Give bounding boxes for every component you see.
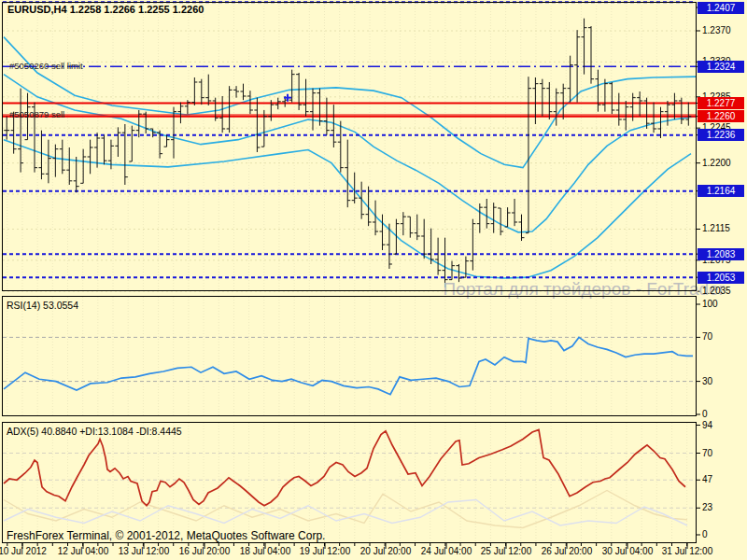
price-panel[interactable] [2,2,697,291]
rsi-panel[interactable] [2,296,697,416]
adx-panel[interactable] [2,422,697,543]
chart-window: Портал для трейдеров - ForTrader EURUSD,… [0,0,747,560]
